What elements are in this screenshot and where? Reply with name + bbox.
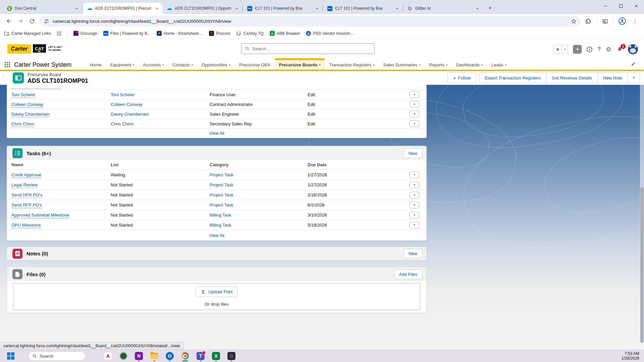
edit-link[interactable]: Edit bbox=[308, 92, 406, 97]
close-window-button[interactable]: × bbox=[629, 0, 644, 12]
upload-files-button[interactable]: Upload Files bbox=[196, 287, 237, 297]
more-actions-dropdown[interactable]: ▼ bbox=[628, 72, 640, 83]
column-header[interactable]: Due Date bbox=[308, 162, 406, 167]
tab-glitter-ai[interactable]: G Glitter AI × bbox=[403, 3, 483, 14]
reload-icon[interactable] bbox=[26, 15, 38, 27]
row-actions-dropdown[interactable]: ▼ bbox=[410, 222, 419, 229]
tab-box-1[interactable]: box CLT 101 | Powered by Box × bbox=[243, 3, 323, 14]
new-note-related-button[interactable]: New bbox=[404, 249, 422, 258]
chevron-down-icon[interactable]: ▾ bbox=[419, 63, 420, 66]
bookmark-docusign[interactable]: Docusign bbox=[73, 31, 97, 36]
view-all-tasks-link[interactable]: View All bbox=[209, 233, 224, 238]
contact-link[interactable]: Colleen Conway bbox=[111, 102, 143, 107]
nav-item-precursive-boards[interactable]: Precursive Boards▾ bbox=[275, 60, 325, 70]
app-file-explorer[interactable] bbox=[148, 351, 160, 361]
chevron-down-icon[interactable]: ▾ bbox=[133, 63, 134, 66]
user-avatar[interactable] bbox=[628, 44, 638, 54]
row-actions-dropdown[interactable]: ▼ bbox=[410, 182, 419, 188]
new-tab-button[interactable]: + bbox=[486, 4, 494, 12]
favorites-dropdown-icon[interactable]: ▾ bbox=[562, 45, 568, 54]
task-name-link[interactable]: Approved Submittal Milestone bbox=[11, 213, 69, 218]
browser-menu-icon[interactable]: ⋮ bbox=[629, 15, 641, 27]
chevron-down-icon[interactable]: ▾ bbox=[446, 63, 447, 66]
row-actions-dropdown[interactable]: ▼ bbox=[410, 192, 419, 198]
contact-role-link[interactable]: Colleen Conway bbox=[11, 102, 43, 108]
task-name-link[interactable]: Send RFP PO's bbox=[11, 202, 42, 208]
nav-item-contacts[interactable]: Contacts▾ bbox=[168, 60, 197, 70]
back-icon[interactable] bbox=[3, 15, 15, 27]
app-acrobat[interactable]: A bbox=[102, 351, 114, 361]
edit-link[interactable]: Edit bbox=[308, 121, 406, 126]
nav-item-accounts[interactable]: Accounts▾ bbox=[139, 60, 168, 70]
minimize-button[interactable] bbox=[598, 0, 613, 12]
row-actions-dropdown[interactable]: ▼ bbox=[410, 171, 419, 178]
nav-item-leads[interactable]: Leads▾ bbox=[487, 60, 511, 70]
task-name-link[interactable]: Legal Review bbox=[11, 182, 38, 188]
app-outlook[interactable]: O bbox=[164, 351, 176, 361]
guidance-center-icon[interactable] bbox=[587, 47, 592, 52]
bookmark-folder-carter-managed-links[interactable]: Carter Managed Links bbox=[4, 31, 51, 36]
forward-icon[interactable] bbox=[15, 15, 26, 27]
new-task-button[interactable]: New bbox=[404, 148, 422, 158]
contact-link[interactable]: Toni Scheler bbox=[111, 92, 135, 97]
contact-role-link[interactable]: Chris Chinn bbox=[11, 121, 34, 127]
tab-precursive-board-active[interactable]: ☁ ADS CLT101ROMP01 | Precursiv × bbox=[83, 3, 163, 14]
chevron-down-icon[interactable]: ▾ bbox=[229, 63, 230, 66]
start-button[interactable] bbox=[5, 351, 17, 361]
row-actions-dropdown[interactable]: ▼ bbox=[410, 91, 419, 98]
contact-role-link[interactable]: Toni Scheler bbox=[11, 92, 36, 98]
bookmark-star-icon[interactable] bbox=[571, 18, 577, 24]
task-category-link[interactable]: Project Task bbox=[210, 182, 233, 187]
maximize-button[interactable] bbox=[613, 0, 629, 12]
app-excel[interactable]: X bbox=[210, 351, 222, 361]
notifications-bell-icon[interactable]: 1 bbox=[616, 46, 623, 53]
tab-close-icon[interactable]: × bbox=[154, 5, 160, 11]
app-teams[interactable]: T bbox=[195, 351, 207, 361]
nav-item-precursive-obx[interactable]: Precursive OBX bbox=[235, 60, 274, 70]
edit-link[interactable]: Edit bbox=[308, 112, 406, 117]
bookmark-cxalloy[interactable]: CxAlloy TQ bbox=[236, 31, 263, 36]
taskbar-clock[interactable]: 7:53 AM 1/28/2026 bbox=[622, 351, 639, 361]
tab-close-icon[interactable]: × bbox=[314, 5, 320, 11]
row-actions-dropdown[interactable]: ▼ bbox=[410, 101, 419, 108]
address-bar[interactable]: cartercat.lightning.force.com/lightning/… bbox=[40, 16, 580, 26]
global-search-input[interactable] bbox=[252, 46, 371, 51]
apps-grid-icon[interactable] bbox=[57, 32, 61, 36]
get-revenue-details-button[interactable]: Get Revenue Details bbox=[546, 72, 597, 83]
favorites-star-icon[interactable]: ★ bbox=[554, 45, 562, 54]
nav-item-equipment[interactable]: Equipment▾ bbox=[106, 60, 139, 70]
quick-create-icon[interactable]: + bbox=[573, 45, 582, 54]
row-actions-dropdown[interactable]: ▼ bbox=[410, 212, 419, 219]
site-settings-icon[interactable] bbox=[44, 18, 49, 24]
bookmark-box-files[interactable]: box Files | Powered by B... bbox=[103, 31, 151, 36]
taskbar-search[interactable]: Search bbox=[28, 352, 85, 361]
edit-nav-pencil-icon[interactable] bbox=[631, 61, 636, 66]
browser-profile-icon[interactable] bbox=[616, 15, 628, 27]
row-actions-dropdown[interactable]: ▼ bbox=[410, 111, 419, 117]
bookmark-psd-vendor[interactable]: s PSD Vendor Invoicin... bbox=[306, 31, 353, 36]
chevron-down-icon[interactable]: ▾ bbox=[481, 63, 483, 66]
follow-button[interactable]: +Follow bbox=[447, 72, 476, 83]
app-onenote[interactable]: N bbox=[133, 351, 145, 361]
task-name-link[interactable]: OPU Milestone bbox=[11, 223, 41, 228]
row-actions-dropdown[interactable]: ▼ bbox=[410, 202, 419, 208]
nav-item-transaction-registers[interactable]: Transaction Registers▾ bbox=[325, 60, 379, 70]
bookmark-abb-breaker[interactable]: + ABB Breaker bbox=[270, 31, 300, 36]
app-vpn[interactable] bbox=[117, 351, 129, 361]
app-launcher-icon[interactable] bbox=[5, 62, 10, 67]
chevron-down-icon[interactable]: ▾ bbox=[505, 63, 506, 66]
app-chrome[interactable] bbox=[179, 351, 191, 361]
nav-item-reports[interactable]: Reports▾ bbox=[425, 60, 452, 70]
nav-item-home[interactable]: Home bbox=[86, 60, 106, 70]
column-header[interactable]: Category bbox=[210, 162, 308, 167]
task-category-link[interactable]: Billing Task bbox=[210, 213, 231, 218]
view-all-link[interactable]: View All bbox=[209, 131, 224, 136]
chevron-down-icon[interactable]: ▾ bbox=[373, 63, 374, 66]
chevron-down-icon[interactable]: ▾ bbox=[319, 63, 320, 66]
setup-gear-icon[interactable]: ⚙ bbox=[606, 46, 611, 53]
add-files-button[interactable]: Add Files bbox=[394, 269, 422, 279]
bookmark-procore[interactable]: C Procore bbox=[209, 31, 230, 36]
nav-item-sales-summaries[interactable]: Sales Summaries▾ bbox=[379, 60, 425, 70]
nav-item-dashboards[interactable]: Dashboards▾ bbox=[452, 60, 487, 70]
edit-link[interactable]: Edit bbox=[308, 102, 406, 107]
